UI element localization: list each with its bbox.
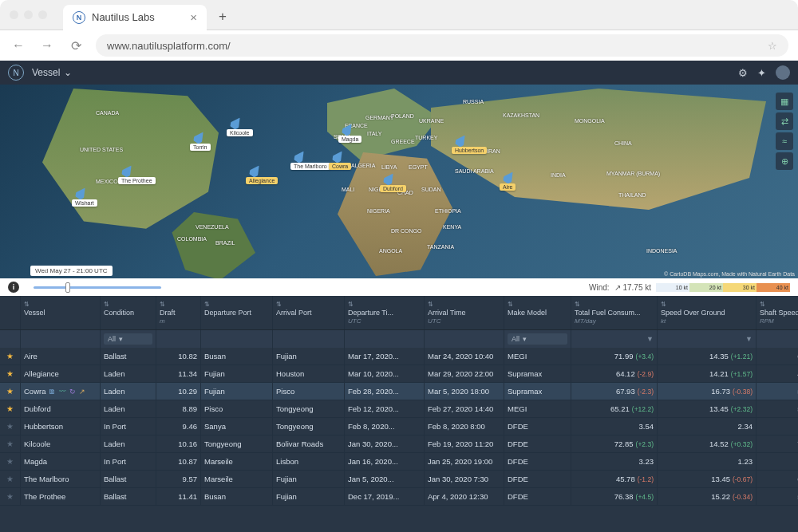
filter-cell[interactable] xyxy=(0,330,21,348)
filter-cell[interactable]: ▼ xyxy=(571,330,658,348)
vessel-marker[interactable]: Hubbertson xyxy=(456,134,466,147)
star-cell[interactable]: ★ xyxy=(0,383,21,400)
column-header[interactable]: ⇅Arrival TimeUTC xyxy=(425,296,504,329)
vessel-marker[interactable]: The Marlboro xyxy=(295,150,305,163)
make: MEGI xyxy=(504,348,571,365)
column-header[interactable] xyxy=(0,296,21,329)
table-row[interactable]: ★Cowra🗎〰↻↗Laden10.29FujianPiscoFeb 28, 2… xyxy=(0,383,798,400)
star-cell[interactable]: ★ xyxy=(0,488,21,505)
vessel-marker[interactable]: Cowra xyxy=(334,150,343,163)
star-cell[interactable]: ★ xyxy=(0,365,21,382)
browser-tab[interactable]: N Nautilus Labs × xyxy=(63,5,207,30)
reload-button[interactable]: ⟳ xyxy=(67,38,85,53)
traffic-lights xyxy=(10,10,47,19)
star-cell[interactable]: ★ xyxy=(0,471,21,487)
column-header[interactable]: ⇅Make Model xyxy=(504,296,571,329)
table-row[interactable]: ★AireBallast10.82BusanFujianMar 17, 2020… xyxy=(0,348,798,365)
table-row[interactable]: ★AllegianceLaden11.34FujianHoustonMar 10… xyxy=(0,365,798,383)
column-header[interactable]: ⇅Shaft SpeedRPM xyxy=(757,296,798,329)
url-field[interactable]: www.nautilusplatform.com/ ☆ xyxy=(96,34,788,57)
table-row[interactable]: ★KilcooleLaden10.16TongyeongBolivar Road… xyxy=(0,435,798,453)
filter-cell[interactable] xyxy=(273,330,345,348)
filter-cell[interactable] xyxy=(156,330,201,348)
table-row[interactable]: ★MagdaIn Port10.87MarseileLisbonJan 16, … xyxy=(0,453,798,471)
arr-port: Bolivar Roads xyxy=(273,435,345,452)
filter-cell[interactable] xyxy=(425,330,504,348)
bookmark-star-icon[interactable]: ☆ xyxy=(768,40,777,52)
column-header[interactable]: ⇅Departure Ti...UTC xyxy=(345,296,425,329)
column-header[interactable]: ⇅Condition xyxy=(101,296,156,329)
user-avatar[interactable] xyxy=(776,65,790,80)
filter-cell[interactable] xyxy=(345,330,425,348)
gear-icon[interactable]: ⚙ xyxy=(738,67,748,79)
new-tab-button[interactable]: + xyxy=(213,7,232,26)
star-cell[interactable]: ★ xyxy=(0,348,21,365)
star-cell[interactable]: ★ xyxy=(0,400,21,417)
time-slider[interactable] xyxy=(34,286,161,289)
dep-port: Tongyeong xyxy=(201,435,273,452)
column-header[interactable]: ⇅Draftm xyxy=(156,296,201,329)
vessel-marker[interactable]: Aire xyxy=(504,171,514,183)
vessel-marker[interactable]: The Prothee xyxy=(123,164,132,177)
column-header[interactable]: ⇅Vessel xyxy=(21,296,101,329)
vessel-marker[interactable]: Kilcoole xyxy=(231,116,241,129)
filter-cell[interactable]: All ▾ xyxy=(504,330,571,348)
chat-icon[interactable]: ✦ xyxy=(757,67,766,79)
table-row[interactable]: ★DubfordLaden8.89PiscoTongyeongFeb 12, 2… xyxy=(0,400,798,418)
star-cell[interactable]: ★ xyxy=(0,453,21,470)
vessel-name: Allegiance xyxy=(21,365,101,382)
make: Supramax xyxy=(504,383,571,400)
arr-port: Fujian xyxy=(273,471,345,487)
address-bar: ← → ⟳ www.nautilusplatform.com/ ☆ xyxy=(0,30,798,61)
draft: 10.16 xyxy=(156,435,201,452)
column-header[interactable]: ⇅Speed Over Groundkt xyxy=(658,296,757,329)
column-header[interactable]: ⇅Departure Port xyxy=(201,296,273,329)
vessel-dropdown[interactable]: Vessel ⌄ xyxy=(32,67,72,78)
vessel-name: Hubbertson xyxy=(21,418,101,435)
table-row[interactable]: ★The MarlboroBallast9.57MarseileFujianJa… xyxy=(0,471,798,488)
slider-thumb[interactable] xyxy=(65,282,70,293)
column-header[interactable]: ⇅Arrival Port xyxy=(273,296,345,329)
filter-cell[interactable]: All ▾ xyxy=(101,330,156,348)
compass-icon[interactable]: ⊕ xyxy=(776,152,793,170)
filter-cell[interactable]: ▼ xyxy=(757,330,798,348)
arr-port: Lisbon xyxy=(273,453,345,470)
arr-port: Pisco xyxy=(273,383,345,400)
logo-icon[interactable]: N xyxy=(8,65,24,81)
wind-scale-step: 20 kt xyxy=(689,283,723,292)
vessel-marker[interactable]: Dubford xyxy=(385,172,394,185)
fuel: 3.23 xyxy=(571,453,658,470)
vessel-marker[interactable]: Allegiance xyxy=(251,164,260,177)
arr-time: Jan 25, 2020 19:00 xyxy=(425,453,504,470)
dep-time: Feb 28, 2020... xyxy=(345,383,425,400)
toggle-icon[interactable]: ⇄ xyxy=(776,112,793,130)
filter-cell[interactable] xyxy=(201,330,273,348)
wind-icon[interactable]: ≈ xyxy=(776,132,793,150)
vessel-marker[interactable]: Wishart xyxy=(77,187,86,199)
filter-cell[interactable] xyxy=(21,330,101,348)
info-icon[interactable]: i xyxy=(8,282,19,293)
table-row[interactable]: ★HubbertsonIn Port9.46SanyaTongyeongFeb … xyxy=(0,418,798,435)
vessel-marker[interactable]: Magda xyxy=(343,123,353,136)
wind-scale: 10 kt 20 kt 30 kt 40 kt xyxy=(656,283,790,292)
filter-cell[interactable]: ▼ xyxy=(658,330,757,348)
world-map[interactable]: CANADA UNITED STATES MEXICO BRAZIL VENEZ… xyxy=(0,85,798,278)
vessel-marker[interactable]: Torrin xyxy=(195,131,204,144)
star-cell[interactable]: ★ xyxy=(0,435,21,452)
close-tab-icon[interactable]: × xyxy=(190,10,197,24)
wind-scale-step: 30 kt xyxy=(723,283,757,292)
arr-port: Houston xyxy=(273,365,345,382)
sog: 13.45(+2.32) xyxy=(658,400,757,417)
fuel: 72.85(+2.3) xyxy=(571,435,658,452)
column-header[interactable]: ⇅Total Fuel Consum...MT/day xyxy=(571,296,658,329)
arr-time: Jan 30, 2020 7:30 xyxy=(425,471,504,487)
arr-time: Apr 4, 2020 12:30 xyxy=(425,488,504,505)
make: DFDE xyxy=(504,453,571,470)
dep-time: Dec 17, 2019... xyxy=(345,488,425,505)
app-topbar: N Vessel ⌄ ⚙ ✦ xyxy=(0,61,798,85)
forward-button[interactable]: → xyxy=(38,38,56,53)
table-row[interactable]: ★The ProtheeBallast11.41BusanFujianDec 1… xyxy=(0,488,798,506)
layers-icon[interactable]: ▦ xyxy=(776,93,793,110)
star-cell[interactable]: ★ xyxy=(0,418,21,435)
back-button[interactable]: ← xyxy=(10,38,27,53)
